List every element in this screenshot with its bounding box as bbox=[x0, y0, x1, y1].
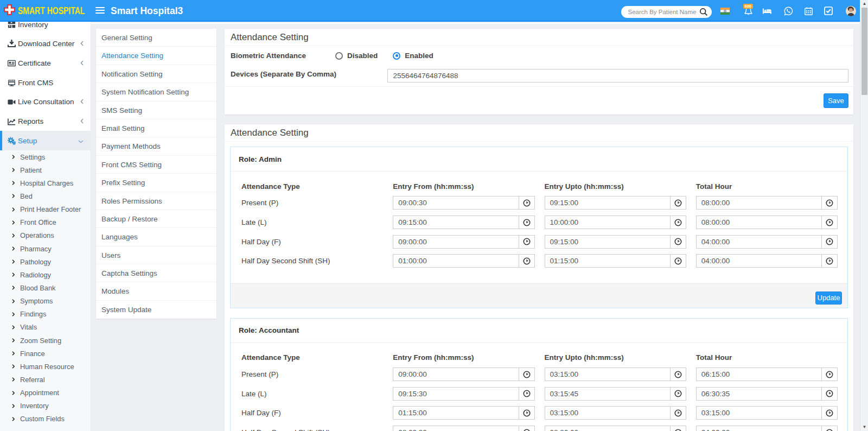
entry-from-input[interactable] bbox=[393, 216, 518, 229]
total-hour-input[interactable] bbox=[697, 216, 821, 229]
submenu-item-appointment[interactable]: Appointment bbox=[0, 386, 91, 400]
total-hour-input[interactable] bbox=[697, 255, 821, 267]
clock-icon[interactable] bbox=[670, 197, 686, 209]
submenu-item-custom-fields[interactable]: Custom Fields bbox=[0, 413, 91, 426]
entry-upto-input[interactable] bbox=[545, 197, 670, 209]
settings-menu-item-payment-methods[interactable]: Payment Methods bbox=[96, 137, 216, 155]
whatsapp-icon[interactable] bbox=[784, 0, 793, 22]
settings-menu-item-modules[interactable]: Modules bbox=[96, 282, 216, 300]
clock-icon[interactable] bbox=[821, 407, 837, 419]
submenu-item-symptoms[interactable]: Symptoms bbox=[0, 295, 91, 308]
submenu-item-findings[interactable]: Findings bbox=[0, 308, 91, 321]
submenu-item-vitals[interactable]: Vitals bbox=[0, 321, 91, 334]
clock-icon[interactable] bbox=[519, 255, 534, 267]
entry-upto-input[interactable] bbox=[545, 255, 670, 267]
scrollbar-thumb[interactable] bbox=[861, 8, 867, 95]
submenu-item-pharmacy[interactable]: Pharmacy bbox=[0, 242, 91, 255]
devices-input[interactable] bbox=[387, 69, 848, 83]
total-hour-input[interactable] bbox=[697, 407, 821, 419]
total-hour-input[interactable] bbox=[697, 368, 821, 381]
entry-from-input[interactable] bbox=[393, 197, 518, 209]
hamburger-menu-icon[interactable] bbox=[95, 7, 105, 15]
clock-icon[interactable] bbox=[670, 255, 686, 267]
scroll-up-arrow-icon[interactable]: ▲ bbox=[860, 0, 868, 8]
clock-icon[interactable] bbox=[519, 407, 534, 419]
clock-icon[interactable] bbox=[519, 388, 534, 400]
sidebar-item-download-center[interactable]: Download Center bbox=[0, 34, 91, 54]
clock-icon[interactable] bbox=[821, 236, 837, 248]
clock-icon[interactable] bbox=[670, 368, 686, 381]
submenu-item-hospital-charges[interactable]: Hospital Charges bbox=[0, 176, 91, 189]
clock-icon[interactable] bbox=[519, 197, 534, 209]
total-hour-input[interactable] bbox=[697, 197, 821, 209]
language-flag-icon[interactable] bbox=[720, 0, 730, 22]
settings-menu-item-roles-permissions[interactable]: Roles Permissions bbox=[96, 192, 216, 210]
submenu-item-settings[interactable]: Settings bbox=[0, 150, 91, 163]
sidebar-item-front-cms[interactable]: Front CMS bbox=[0, 73, 91, 92]
settings-menu-item-captcha-settings[interactable]: Captcha Settings bbox=[96, 264, 216, 282]
submenu-item-front-office[interactable]: Front Office bbox=[0, 216, 91, 229]
radio-enabled-label[interactable]: Enabled bbox=[405, 52, 433, 60]
clock-icon[interactable] bbox=[670, 388, 686, 400]
bed-status-icon[interactable] bbox=[763, 0, 771, 22]
settings-menu-item-backup-restore[interactable]: Backup / Restore bbox=[96, 210, 216, 228]
clock-icon[interactable] bbox=[670, 426, 686, 431]
submenu-item-print-header-footer[interactable]: Print Header Footer bbox=[0, 203, 91, 216]
clock-icon[interactable] bbox=[519, 368, 534, 381]
submenu-item-operations[interactable]: Operations bbox=[0, 229, 91, 242]
entry-from-input[interactable] bbox=[393, 426, 518, 431]
sidebar-item-certificate[interactable]: Certificate bbox=[0, 54, 91, 73]
submenu-item-inventory[interactable]: Inventory bbox=[0, 400, 91, 413]
submenu-item-bed[interactable]: Bed bbox=[0, 189, 91, 202]
sidebar-item-inventory[interactable]: Inventory bbox=[0, 22, 91, 34]
clock-icon[interactable] bbox=[821, 255, 837, 267]
submenu-item-referral[interactable]: Referral bbox=[0, 373, 91, 386]
settings-menu-item-email-setting[interactable]: Email Setting bbox=[96, 119, 216, 137]
radio-enabled[interactable] bbox=[393, 52, 400, 60]
settings-menu-item-system-update[interactable]: System Update bbox=[96, 301, 216, 319]
clock-icon[interactable] bbox=[519, 426, 534, 431]
submenu-item-patient[interactable]: Patient bbox=[0, 163, 91, 176]
user-avatar[interactable] bbox=[846, 6, 856, 16]
submenu-item-radiology[interactable]: Radiology bbox=[0, 268, 91, 281]
clock-icon[interactable] bbox=[821, 197, 837, 209]
total-hour-input[interactable] bbox=[697, 426, 821, 431]
entry-from-input[interactable] bbox=[393, 388, 518, 400]
tasks-check-icon[interactable] bbox=[824, 0, 833, 22]
clock-icon[interactable] bbox=[519, 236, 534, 248]
update-button[interactable]: Update bbox=[815, 291, 842, 305]
entry-from-input[interactable] bbox=[393, 368, 518, 381]
radio-disabled-label[interactable]: Disabled bbox=[347, 52, 378, 60]
entry-upto-input[interactable] bbox=[545, 236, 670, 248]
settings-menu-item-system-notification-setting[interactable]: System Notification Setting bbox=[96, 83, 216, 101]
save-button[interactable]: Save bbox=[824, 93, 848, 108]
entry-from-input[interactable] bbox=[393, 255, 518, 267]
search-input[interactable] bbox=[628, 6, 698, 18]
clock-icon[interactable] bbox=[821, 216, 837, 229]
sidebar-item-reports[interactable]: Reports bbox=[0, 112, 91, 131]
submenu-item-finance[interactable]: Finance bbox=[0, 347, 91, 360]
radio-disabled[interactable] bbox=[335, 52, 343, 60]
settings-menu-item-front-cms-setting[interactable]: Front CMS Setting bbox=[96, 156, 216, 174]
calendar-icon[interactable] bbox=[805, 0, 813, 22]
settings-menu-item-sms-setting[interactable]: SMS Setting bbox=[96, 102, 216, 119]
clock-icon[interactable] bbox=[519, 216, 534, 229]
total-hour-input[interactable] bbox=[697, 236, 821, 248]
clock-icon[interactable] bbox=[670, 216, 686, 229]
notifications-bell-icon[interactable]: 680 bbox=[743, 0, 754, 22]
entry-upto-input[interactable] bbox=[545, 388, 670, 400]
search-icon[interactable] bbox=[699, 8, 708, 16]
entry-upto-input[interactable] bbox=[545, 368, 670, 381]
clock-icon[interactable] bbox=[821, 388, 837, 400]
scroll-down-arrow-icon[interactable]: ▼ bbox=[860, 423, 868, 431]
brand-logo[interactable]: SMART HOSPITAL bbox=[0, 0, 91, 22]
total-hour-input[interactable] bbox=[697, 388, 821, 400]
entry-upto-input[interactable] bbox=[545, 426, 670, 431]
submenu-item-blood-bank[interactable]: Blood Bank bbox=[0, 281, 91, 294]
submenu-item-zoom-setting[interactable]: Zoom Setting bbox=[0, 334, 91, 347]
clock-icon[interactable] bbox=[670, 236, 686, 248]
entry-upto-input[interactable] bbox=[545, 407, 670, 419]
entry-from-input[interactable] bbox=[393, 407, 518, 419]
settings-menu-item-attendance-setting[interactable]: Attendance Setting bbox=[96, 47, 216, 65]
submenu-item-human-resource[interactable]: Human Resource bbox=[0, 360, 91, 373]
